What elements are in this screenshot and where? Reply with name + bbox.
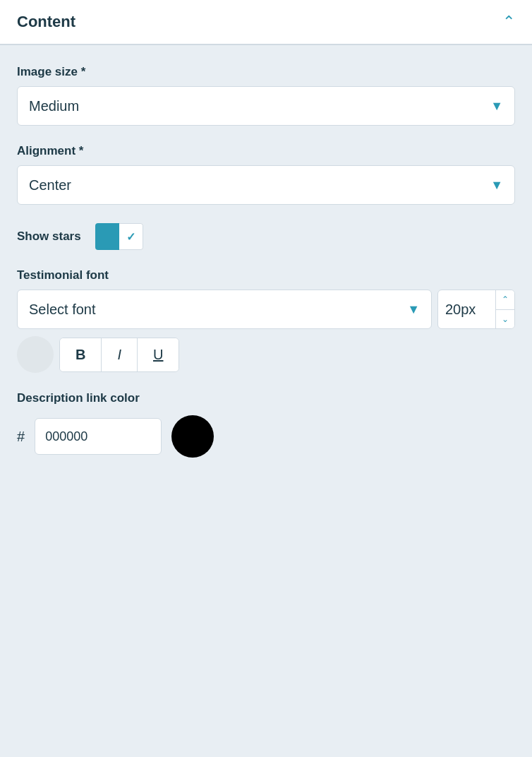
- font-size-spinners: ⌃ ⌄: [495, 290, 514, 328]
- font-row: Select font Arial Georgia Helvetica Time…: [17, 290, 515, 329]
- font-size-wrapper: ⌃ ⌄: [437, 290, 515, 329]
- hash-symbol: #: [17, 429, 25, 445]
- font-size-up-button[interactable]: ⌃: [496, 290, 514, 310]
- image-size-select[interactable]: Small Medium Large: [29, 98, 503, 114]
- alignment-group: Alignment * Left Center Right ▼: [17, 144, 515, 205]
- alignment-select[interactable]: Left Center Right: [29, 177, 503, 193]
- panel-title: Content: [17, 13, 75, 31]
- font-select-wrapper[interactable]: Select font Arial Georgia Helvetica Time…: [17, 290, 432, 329]
- show-stars-toggle[interactable]: ✓: [95, 223, 143, 250]
- underline-button[interactable]: U: [138, 338, 179, 371]
- font-select[interactable]: Select font Arial Georgia Helvetica Time…: [29, 302, 420, 317]
- show-stars-label: Show stars: [17, 230, 81, 244]
- image-size-group: Image size * Small Medium Large ▼: [17, 65, 515, 126]
- font-size-input[interactable]: [438, 302, 495, 318]
- panel-header: Content ⌃: [0, 0, 532, 44]
- color-swatch-button[interactable]: [171, 415, 214, 458]
- testimonial-font-group: Testimonial font Select font Arial Georg…: [17, 268, 515, 373]
- font-color-picker-button[interactable]: [17, 336, 54, 373]
- content-panel: Content ⌃ Image size * Small Medium Larg…: [0, 0, 532, 477]
- show-stars-row: Show stars ✓: [17, 223, 515, 250]
- image-size-select-wrapper[interactable]: Small Medium Large ▼: [17, 86, 515, 126]
- toggle-on-side: [95, 223, 119, 250]
- toggle-checkmark-icon: ✓: [126, 230, 135, 244]
- panel-body: Image size * Small Medium Large ▼ Alignm…: [0, 45, 532, 477]
- font-size-down-button[interactable]: ⌄: [496, 310, 514, 329]
- collapse-icon[interactable]: ⌃: [502, 13, 515, 31]
- formatting-row: B I U: [17, 336, 515, 373]
- description-link-color-group: Description link color #: [17, 391, 515, 458]
- testimonial-font-label: Testimonial font: [17, 268, 515, 282]
- bold-button[interactable]: B: [60, 338, 102, 371]
- description-link-color-label: Description link color: [17, 391, 515, 405]
- color-input-row: #: [17, 415, 515, 458]
- color-hex-input[interactable]: [35, 418, 162, 455]
- format-button-group: B I U: [59, 338, 179, 372]
- toggle-off-side: ✓: [119, 223, 143, 250]
- alignment-label: Alignment *: [17, 144, 515, 158]
- alignment-select-wrapper[interactable]: Left Center Right ▼: [17, 165, 515, 205]
- italic-button[interactable]: I: [102, 338, 138, 371]
- image-size-label: Image size *: [17, 65, 515, 79]
